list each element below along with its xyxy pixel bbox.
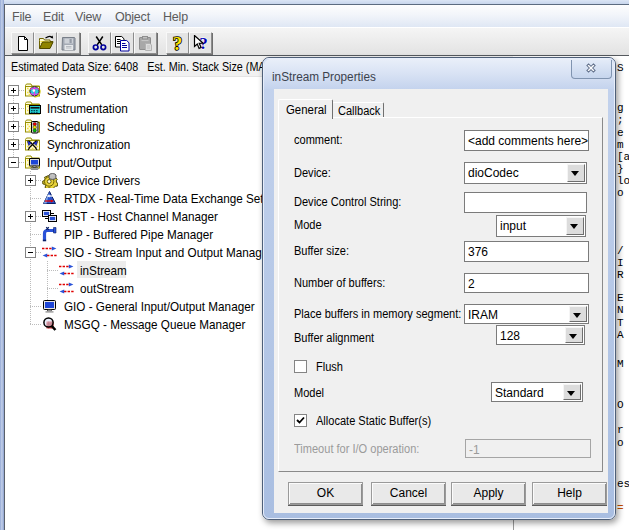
svg-text:?: ? [173, 35, 183, 52]
